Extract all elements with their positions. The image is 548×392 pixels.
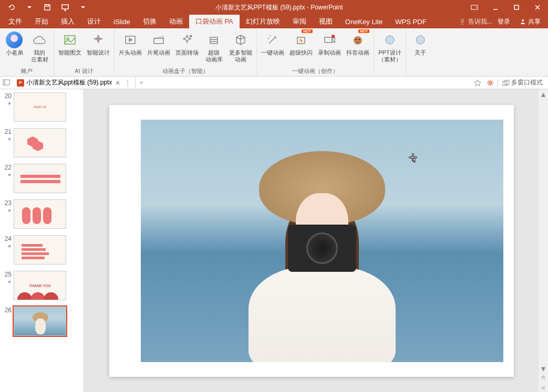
my-cloud-button[interactable]: 我的 云素材 xyxy=(27,30,51,64)
thumbnail-item[interactable]: 25★ THANK YOU xyxy=(0,268,84,303)
tab-wpspdf[interactable]: WPS PDF xyxy=(389,15,432,28)
login-button[interactable]: 登录 xyxy=(494,17,513,26)
outline-toggle[interactable] xyxy=(2,78,12,88)
tab-design[interactable]: 设计 xyxy=(81,15,107,28)
scroll-down-button[interactable]: ▾ xyxy=(539,364,548,373)
thumbnail-item[interactable]: 26 xyxy=(0,303,84,339)
svg-rect-32 xyxy=(22,207,30,224)
redo-dropdown[interactable] xyxy=(22,1,37,14)
avatar-icon xyxy=(6,31,23,48)
tail-anim-button[interactable]: 片尾动画 xyxy=(145,30,172,57)
svg-point-22 xyxy=(386,36,394,44)
scroll-track[interactable] xyxy=(539,99,548,364)
prev-slide-button[interactable] xyxy=(539,373,548,383)
record-anim-button[interactable]: 录制动画 xyxy=(316,30,343,57)
quick-access-toolbar xyxy=(0,1,95,14)
smart-pic-icon xyxy=(61,31,78,48)
thumbnail-preview xyxy=(14,128,66,157)
thumbnail-item[interactable]: 22★ xyxy=(0,161,84,196)
more-smart-button[interactable]: 更多智能 动画 xyxy=(227,30,254,64)
qat-dropdown[interactable] xyxy=(76,1,90,14)
wand-icon xyxy=(264,31,281,48)
next-slide-button[interactable] xyxy=(539,383,548,392)
start-from-beginning-button[interactable] xyxy=(58,1,73,14)
thumbnail-item[interactable]: 23★ xyxy=(0,196,84,232)
close-button[interactable] xyxy=(527,0,548,15)
slide-image[interactable] xyxy=(141,120,503,362)
svg-rect-0 xyxy=(45,5,50,10)
douyin-anim-button[interactable]: HOT 抖音动画 xyxy=(344,30,371,57)
scroll-up-button[interactable]: ▴ xyxy=(539,89,548,99)
thumbnail-item[interactable]: 21★ xyxy=(0,125,84,161)
super-lib-button[interactable]: 超级 动画库 xyxy=(202,30,226,64)
document-tab-bar: P 小清新文艺风ppt模板 (59).pptx ✕ ⋮ ＋ 多窗口模式 xyxy=(0,77,548,89)
svg-point-18 xyxy=(332,35,335,38)
thumbnail-preview: PART 04 xyxy=(14,92,66,122)
minimize-button[interactable] xyxy=(485,0,506,15)
record-icon xyxy=(321,31,338,48)
thumbnail-preview: THANK YOU xyxy=(14,271,66,300)
clapboard-icon xyxy=(150,31,167,48)
document-tab[interactable]: P 小清新文艺风ppt模板 (59).pptx ✕ ⋮ xyxy=(14,77,136,89)
tab-pocket-animation[interactable]: 口袋动画 PA xyxy=(189,15,240,28)
svg-point-40 xyxy=(30,292,45,300)
circle-icon xyxy=(412,31,429,48)
slide xyxy=(109,105,514,377)
tab-islide[interactable]: iSlide xyxy=(107,15,137,28)
ribbon-group-anim-box: 片头动画 片尾动画 页面转场 超级 动画库 更多智能 动画 动画盒子（智能） xyxy=(115,28,257,76)
anim-indicator-icon: ★ xyxy=(7,279,12,284)
user-avatar-button[interactable]: 小老弟 xyxy=(2,30,26,57)
tab-slideshow[interactable]: 幻灯片放映 xyxy=(240,15,286,28)
tab-insert[interactable]: 插入 xyxy=(55,15,81,28)
tab-view[interactable]: 视图 xyxy=(313,15,339,28)
anim-indicator-icon: ★ xyxy=(7,172,12,177)
svg-rect-24 xyxy=(3,80,9,85)
window-controls xyxy=(464,0,548,15)
person-illustration xyxy=(243,151,401,361)
page-transition-button[interactable]: 页面转场 xyxy=(173,30,201,57)
thumbnail-preview xyxy=(14,164,66,193)
anim-indicator-icon: ★ xyxy=(7,101,12,106)
tab-menu-button[interactable]: ⋮ xyxy=(123,79,132,87)
close-tab-button[interactable]: ✕ xyxy=(114,79,121,87)
thumbnail-preview xyxy=(14,306,66,336)
titlebar: 小清新文艺风PPT模板 (59).pptx - PowerPoint xyxy=(0,0,548,15)
new-tab-button[interactable]: ＋ xyxy=(136,78,147,87)
gear-icon[interactable] xyxy=(485,78,495,88)
slide-canvas[interactable] xyxy=(84,89,539,392)
tab-animations[interactable]: 动画 xyxy=(163,15,189,28)
ppt-design-button[interactable]: PPT设计 （素材） xyxy=(376,30,404,64)
about-button[interactable]: 关于 xyxy=(408,30,432,57)
thumbnail-item[interactable]: 20★ PART 04 xyxy=(0,89,84,125)
anim-indicator-icon: ★ xyxy=(7,136,12,142)
slide-thumbnail-panel[interactable]: 20★ PART 04 21★ 22★ 23★ 24★ 25★ THANK YO… xyxy=(0,89,84,392)
circle-icon xyxy=(381,31,398,48)
vertical-scrollbar[interactable]: ▴ ▾ xyxy=(539,89,548,392)
tab-review[interactable]: 审阅 xyxy=(286,15,313,28)
tell-me[interactable]: 告诉我... xyxy=(459,17,492,26)
tab-file[interactable]: 文件 xyxy=(2,15,28,28)
svg-rect-30 xyxy=(20,175,60,178)
smart-pic-button[interactable]: 智能图文 xyxy=(56,30,84,57)
multi-window-button[interactable]: 多窗口模式 xyxy=(500,78,545,87)
svg-point-19 xyxy=(354,36,362,45)
smart-design-button[interactable]: 智能设计 xyxy=(85,30,112,57)
tab-onekey[interactable]: OneKey Lite xyxy=(339,15,389,28)
film-icon xyxy=(122,31,139,48)
svg-rect-38 xyxy=(22,257,45,259)
maximize-button[interactable] xyxy=(506,0,527,15)
tab-transitions[interactable]: 切换 xyxy=(137,15,163,28)
ribbon-group-account: 小老弟 我的 云素材 账户 xyxy=(0,28,54,76)
share-button[interactable]: 共享 xyxy=(515,17,545,26)
undo-button[interactable] xyxy=(4,1,19,14)
thumbnail-item[interactable]: 24★ xyxy=(0,232,84,268)
settings-star-icon[interactable] xyxy=(472,78,483,88)
svg-rect-1 xyxy=(46,5,48,7)
ribbon-display-button[interactable] xyxy=(464,0,485,15)
super-flash-button[interactable]: HOT 超级快闪 xyxy=(287,30,315,57)
tab-home[interactable]: 开始 xyxy=(28,15,55,28)
save-button[interactable] xyxy=(40,1,55,14)
head-anim-button[interactable]: 片头动画 xyxy=(117,30,144,57)
onekey-anim-button[interactable]: 一键动画 xyxy=(259,30,286,57)
ribbon-group-onekey: 一键动画 HOT 超级快闪 录制动画 HOT 抖音动画 一键动画（创作） xyxy=(257,28,374,76)
